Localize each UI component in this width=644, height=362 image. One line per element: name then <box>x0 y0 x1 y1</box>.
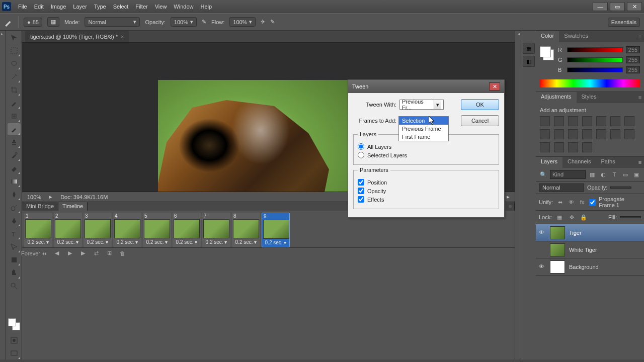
invert-icon[interactable] <box>596 129 606 139</box>
tab-adjustments[interactable]: Adjustments <box>536 92 577 103</box>
color-swatch[interactable] <box>8 318 20 330</box>
pen-tool[interactable] <box>8 215 21 227</box>
frame-delay[interactable]: 0.2 sec. ▾ <box>54 238 82 246</box>
dialog-titlebar[interactable]: Tween ✕ <box>348 80 504 93</box>
ok-button[interactable]: OK <box>461 99 499 110</box>
timeline-frame[interactable]: 70.2 sec. ▾ <box>202 213 230 247</box>
bw-icon[interactable] <box>540 129 550 139</box>
lock-all-icon[interactable]: 🔒 <box>579 213 588 222</box>
layer-row[interactable]: 👁Background <box>536 258 644 276</box>
selective-color-icon[interactable] <box>554 142 564 152</box>
brush-panel-toggle[interactable]: ▦ <box>47 17 59 27</box>
timeline-frame[interactable]: 20.2 sec. ▾ <box>54 213 82 247</box>
tween-with-select[interactable]: Previous Fr... ▾ <box>399 100 444 110</box>
all-layers-radio[interactable] <box>358 143 364 150</box>
brush-tool[interactable] <box>8 123 21 135</box>
frame-delay[interactable]: 0.2 sec. ▾ <box>24 238 52 246</box>
brightness-icon[interactable] <box>540 116 550 126</box>
visibility-icon[interactable] <box>539 246 546 253</box>
close-tab-icon[interactable]: × <box>121 34 124 40</box>
minimize-button[interactable]: — <box>593 2 608 11</box>
timeline-frame[interactable]: 50.2 sec. ▾ <box>143 213 171 247</box>
right-collapse-strip[interactable]: ◂ <box>515 31 521 359</box>
tab-swatches[interactable]: Swatches <box>559 31 593 42</box>
menu-image[interactable]: Image <box>51 4 66 10</box>
position-checkbox[interactable] <box>358 179 364 186</box>
close-button[interactable]: ✕ <box>627 2 642 11</box>
wand-tool[interactable] <box>8 71 21 83</box>
menu-help[interactable]: Help <box>200 4 212 10</box>
effects-checkbox[interactable] <box>358 196 364 203</box>
menu-type[interactable]: Type <box>94 4 106 10</box>
selected-layers-radio[interactable] <box>358 152 364 158</box>
opacity-input[interactable]: 100%▾ <box>171 17 197 27</box>
r-slider[interactable] <box>567 47 623 52</box>
frame-delay[interactable]: 0.2 sec. ▾ <box>173 238 201 246</box>
timeline-frame[interactable]: 90.2 sec. ▾ <box>262 213 290 247</box>
timeline-frame[interactable]: 80.2 sec. ▾ <box>232 213 260 247</box>
tween-button[interactable]: ⇄ <box>92 249 101 257</box>
frame-delay[interactable]: 0.2 sec. ▾ <box>113 238 141 246</box>
exposure-icon[interactable] <box>582 116 592 126</box>
menu-window[interactable]: Window <box>174 4 193 10</box>
filter-adj-icon[interactable]: ◐ <box>599 170 608 179</box>
panel-menu-icon[interactable]: ≡ <box>636 92 644 103</box>
lock-position-icon[interactable]: ✥ <box>567 213 576 222</box>
crop-tool[interactable] <box>8 84 21 96</box>
marquee-tool[interactable] <box>8 45 21 57</box>
b-slider[interactable] <box>567 67 623 72</box>
hand-tool[interactable] <box>8 267 21 279</box>
channel-mixer-icon[interactable] <box>568 129 578 139</box>
opacity-checkbox[interactable] <box>358 188 364 194</box>
tab-mini-bridge[interactable]: Mini Bridge <box>22 202 58 211</box>
menu-file[interactable]: File <box>18 4 27 10</box>
delete-frame-button[interactable]: 🗑 <box>118 249 127 257</box>
unify-style-icon[interactable]: fx <box>578 198 586 207</box>
visibility-icon[interactable]: 👁 <box>539 229 546 236</box>
panel-menu-icon[interactable]: ≡ <box>636 157 644 168</box>
blend-mode[interactable]: Normal <box>539 184 584 192</box>
adj-icon[interactable] <box>582 142 592 152</box>
screen-mode-toggle[interactable] <box>8 347 21 359</box>
dialog-close-button[interactable]: ✕ <box>489 82 500 90</box>
menu-edit[interactable]: Edit <box>34 4 44 10</box>
timeline-frame[interactable]: 30.2 sec. ▾ <box>84 213 112 247</box>
tab-styles[interactable]: Styles <box>577 92 602 103</box>
type-tool[interactable]: T <box>8 228 21 240</box>
next-frame-button[interactable]: ▶ <box>78 249 88 257</box>
r-value[interactable]: 255 <box>626 46 640 53</box>
eraser-tool[interactable] <box>8 162 21 174</box>
duplicate-frame-button[interactable]: ⊞ <box>105 249 114 257</box>
zoom-level[interactable]: 100% <box>27 194 41 200</box>
loop-select[interactable]: Forever <box>26 249 35 257</box>
properties-panel-button[interactable]: ◧ <box>523 56 535 67</box>
tablet-size-icon[interactable]: ✎ <box>270 19 275 25</box>
stamp-tool[interactable] <box>8 136 21 148</box>
frame-delay[interactable]: 0.2 sec. ▾ <box>143 238 171 246</box>
hue-icon[interactable] <box>610 116 620 126</box>
timeline-frame[interactable]: 40.2 sec. ▾ <box>113 213 141 247</box>
eyedropper-tool[interactable] <box>8 97 21 109</box>
color-balance-icon[interactable] <box>624 116 634 126</box>
tab-timeline[interactable]: Timeline <box>58 202 88 211</box>
shape-tool[interactable] <box>8 254 21 266</box>
layer-opacity[interactable] <box>610 187 631 189</box>
menu-filter[interactable]: Filter <box>135 4 147 10</box>
dropdown-option[interactable]: Selection <box>399 117 448 125</box>
menu-select[interactable]: Select <box>113 4 129 10</box>
chevron-down-icon[interactable]: ▾ <box>434 100 441 109</box>
frame-delay[interactable]: 0.2 sec. ▾ <box>232 238 260 246</box>
prev-frame-button[interactable]: ◀ <box>52 249 61 257</box>
foreground-background-swatch[interactable] <box>540 46 554 60</box>
frame-delay[interactable]: 0.2 sec. ▾ <box>262 239 289 247</box>
first-frame-button[interactable]: ⏮ <box>39 249 48 257</box>
play-icon[interactable]: ▸ <box>507 194 510 200</box>
threshold-icon[interactable] <box>624 129 634 139</box>
dropdown-option[interactable]: First Frame <box>399 133 448 141</box>
frame-delay[interactable]: 0.2 sec. ▾ <box>84 238 112 246</box>
unify-position-icon[interactable]: ⬌ <box>556 198 564 207</box>
cancel-button[interactable]: Cancel <box>461 115 499 126</box>
left-collapse-strip[interactable]: ▸ <box>0 31 6 359</box>
healing-tool[interactable] <box>8 110 21 122</box>
color-spectrum[interactable] <box>540 79 640 87</box>
